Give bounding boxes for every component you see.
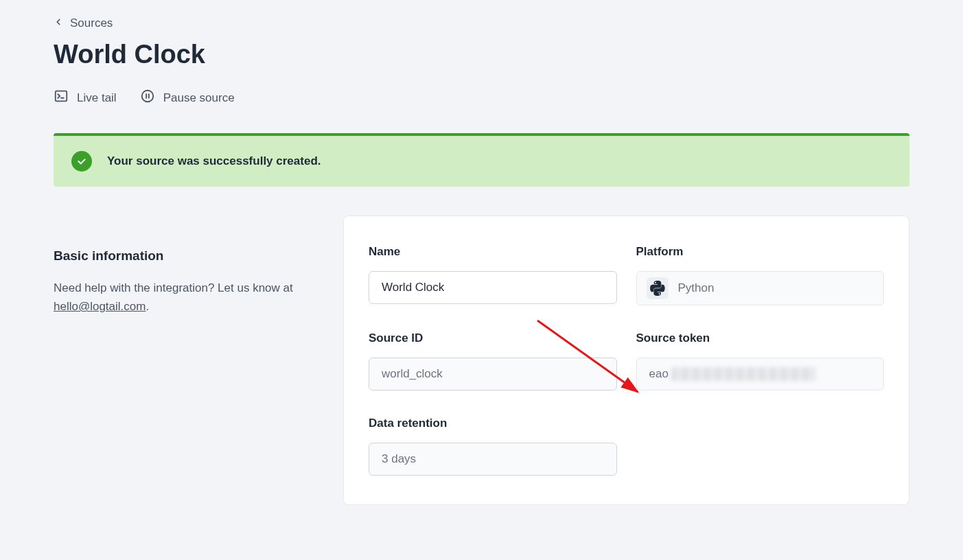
side-panel: Basic information Need help with the int… bbox=[54, 215, 321, 505]
terminal-icon bbox=[54, 89, 69, 107]
field-source-token: Source token eao bbox=[636, 331, 885, 390]
form-card: Name Platform Python bbox=[343, 215, 909, 505]
data-retention-label: Data retention bbox=[369, 417, 617, 430]
source-token-display[interactable]: eao bbox=[636, 358, 885, 390]
source-id-input[interactable] bbox=[369, 358, 617, 390]
source-id-label: Source ID bbox=[369, 331, 617, 345]
python-icon bbox=[647, 277, 669, 299]
toolbar: Live tail Pause source bbox=[54, 89, 909, 107]
source-token-hidden bbox=[671, 367, 815, 381]
live-tail-label: Live tail bbox=[77, 91, 117, 105]
check-circle-icon bbox=[71, 151, 92, 172]
source-token-label: Source token bbox=[636, 331, 885, 345]
basic-info-heading: Basic information bbox=[54, 248, 321, 264]
svg-rect-0 bbox=[56, 91, 67, 102]
breadcrumb-sources[interactable]: Sources bbox=[54, 16, 113, 30]
platform-label: Platform bbox=[636, 245, 885, 259]
name-label: Name bbox=[369, 245, 617, 259]
page-title: World Clock bbox=[54, 40, 909, 69]
alert-message: Your source was successfully created. bbox=[107, 154, 321, 168]
platform-value: Python bbox=[678, 281, 715, 295]
data-retention-input[interactable] bbox=[369, 443, 617, 476]
help-email-link[interactable]: hello@logtail.com bbox=[54, 300, 146, 313]
field-source-id: Source ID bbox=[369, 331, 617, 390]
pause-source-button[interactable]: Pause source bbox=[140, 89, 235, 107]
field-data-retention: Data retention bbox=[369, 417, 617, 476]
help-text: Need help with the integration? Let us k… bbox=[54, 279, 321, 316]
success-alert: Your source was successfully created. bbox=[54, 133, 909, 187]
source-token-prefix: eao bbox=[649, 367, 669, 381]
pause-icon bbox=[140, 89, 155, 107]
svg-point-2 bbox=[141, 91, 153, 102]
pause-source-label: Pause source bbox=[163, 91, 235, 105]
chevron-left-icon bbox=[54, 16, 63, 30]
field-name: Name bbox=[369, 245, 617, 305]
breadcrumb-label: Sources bbox=[70, 16, 113, 30]
live-tail-button[interactable]: Live tail bbox=[54, 89, 117, 107]
platform-display: Python bbox=[636, 271, 885, 305]
field-platform: Platform Python bbox=[636, 245, 885, 305]
name-input[interactable] bbox=[369, 271, 617, 304]
